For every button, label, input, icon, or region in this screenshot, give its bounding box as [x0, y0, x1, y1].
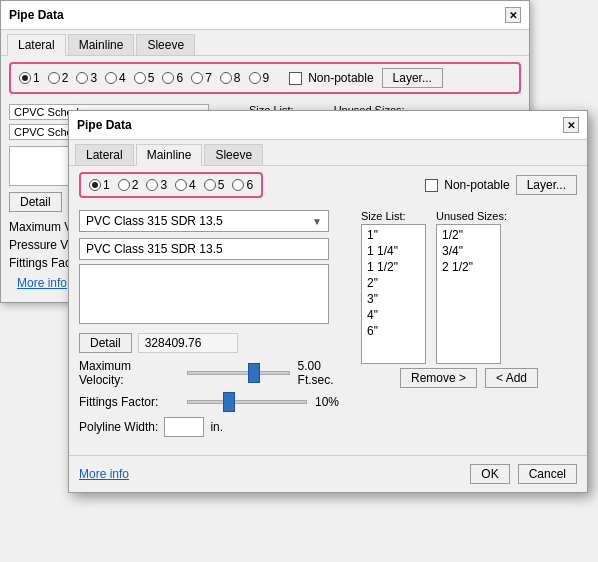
fg-main-content: PVC Class 315 SDR 13.5 ▼ Detail 328409.7…: [69, 204, 587, 451]
bg-radio-circle-3[interactable]: [76, 72, 88, 84]
bg-nonpotable-row: Non-potable: [277, 71, 373, 85]
bg-radio-circle-2[interactable]: [48, 72, 60, 84]
fg-radio-circle-5[interactable]: [204, 179, 216, 191]
size-item-3inch[interactable]: 3": [364, 291, 423, 307]
bg-tab-mainline[interactable]: Mainline: [68, 34, 135, 55]
fg-add-remove-row: Remove > < Add: [361, 368, 577, 388]
fg-dropdown-value: PVC Class 315 SDR 13.5: [86, 214, 223, 228]
fg-radio-circle-2[interactable]: [118, 179, 130, 191]
fg-footer-buttons: OK Cancel: [470, 464, 577, 484]
fg-radio-circle-4[interactable]: [175, 179, 187, 191]
dropdown-arrow-icon: ▼: [312, 216, 322, 227]
bg-radio-1[interactable]: 1: [19, 71, 40, 85]
bg-nonpotable-checkbox[interactable]: [289, 72, 302, 85]
bg-detail-button[interactable]: Detail: [9, 192, 62, 212]
bg-radio-circle-9[interactable]: [249, 72, 261, 84]
fg-more-info-link[interactable]: More info: [79, 467, 129, 481]
bg-radio-9[interactable]: 9: [249, 71, 270, 85]
fg-radio-2[interactable]: 2: [118, 178, 139, 192]
bg-radio-4[interactable]: 4: [105, 71, 126, 85]
fg-window-title: Pipe Data: [77, 118, 132, 132]
size-item-2inch[interactable]: 2": [364, 275, 423, 291]
bg-radio-circle-1[interactable]: [19, 72, 31, 84]
fg-detail-value: 328409.76: [138, 333, 238, 353]
size-item-6inch[interactable]: 6": [364, 323, 423, 339]
fg-titlebar: Pipe Data ✕: [69, 111, 587, 140]
bg-radio-8[interactable]: 8: [220, 71, 241, 85]
size-item-4inch[interactable]: 4": [364, 307, 423, 323]
bg-radio-6[interactable]: 6: [162, 71, 183, 85]
bg-radio-row: 1 2 3 4 5 6 7 8: [9, 62, 521, 94]
fg-right-panel: Size List: 1" 1 1/4" 1 1/2" 2" 3" 4" 6" …: [361, 210, 577, 445]
bg-radio-circle-7[interactable]: [191, 72, 203, 84]
bg-titlebar: Pipe Data ✕: [1, 1, 529, 30]
fg-layer-button[interactable]: Layer...: [516, 175, 577, 195]
bg-radio-circle-4[interactable]: [105, 72, 117, 84]
fg-pipe-dropdown[interactable]: PVC Class 315 SDR 13.5 ▼: [79, 210, 329, 232]
bg-close-button[interactable]: ✕: [505, 7, 521, 23]
fg-radio-4[interactable]: 4: [175, 178, 196, 192]
fg-fittings-thumb[interactable]: [223, 392, 235, 412]
fg-radio-5[interactable]: 5: [204, 178, 225, 192]
fg-pipe-text-input[interactable]: [79, 238, 329, 260]
fg-max-velocity-row: Maximum Velocity: 5.00 Ft.sec.: [79, 359, 351, 387]
bg-radio-3[interactable]: 3: [76, 71, 97, 85]
fg-tab-lateral[interactable]: Lateral: [75, 144, 134, 165]
bg-tab-sleeve[interactable]: Sleeve: [136, 34, 195, 55]
fg-size-list-box: Size List: 1" 1 1/4" 1 1/2" 2" 3" 4" 6": [361, 210, 426, 364]
bg-window-title: Pipe Data: [9, 8, 64, 22]
fg-fittings-value: 10%: [315, 395, 339, 409]
unused-item-34[interactable]: 3/4": [439, 243, 498, 259]
fg-nonpotable-label: Non-potable: [444, 178, 509, 192]
fg-max-velocity-thumb[interactable]: [248, 363, 260, 383]
unused-item-half[interactable]: 1/2": [439, 227, 498, 243]
size-item-114[interactable]: 1 1/4": [364, 243, 423, 259]
fg-tab-mainline[interactable]: Mainline: [136, 144, 203, 166]
bg-radio-circle-6[interactable]: [162, 72, 174, 84]
bg-tabs-bar: Lateral Mainline Sleeve: [1, 30, 529, 56]
unused-item-212[interactable]: 2 1/2": [439, 259, 498, 275]
fg-polyline-input[interactable]: [164, 417, 204, 437]
fg-size-section: Size List: 1" 1 1/4" 1 1/2" 2" 3" 4" 6" …: [361, 210, 577, 364]
fg-radio-circle-1[interactable]: [89, 179, 101, 191]
fg-radio-circle-3[interactable]: [146, 179, 158, 191]
bg-radio-2[interactable]: 2: [48, 71, 69, 85]
bg-radio-circle-8[interactable]: [220, 72, 232, 84]
fg-unused-list-header: Unused Sizes:: [436, 210, 507, 222]
bg-nonpotable-label: Non-potable: [308, 71, 373, 85]
fg-ok-button[interactable]: OK: [470, 464, 509, 484]
fg-polyline-row: Polyline Width: in.: [79, 417, 351, 437]
fg-add-button[interactable]: < Add: [485, 368, 538, 388]
fg-radio-circle-6[interactable]: [232, 179, 244, 191]
fg-top-row: 1 2 3 4 5 6 Non-pot: [69, 166, 587, 204]
fg-cancel-button[interactable]: Cancel: [518, 464, 577, 484]
bg-radio-5[interactable]: 5: [134, 71, 155, 85]
fg-close-button[interactable]: ✕: [563, 117, 579, 133]
fg-unused-list-box: Unused Sizes: 1/2" 3/4" 2 1/2": [436, 210, 507, 364]
fg-radio-3[interactable]: 3: [146, 178, 167, 192]
fg-pipe-description-area[interactable]: [79, 264, 329, 324]
fg-remove-button[interactable]: Remove >: [400, 368, 477, 388]
fg-radio-1[interactable]: 1: [89, 178, 110, 192]
fg-detail-button[interactable]: Detail: [79, 333, 132, 353]
fg-detail-row: Detail 328409.76: [79, 333, 351, 353]
fg-tab-sleeve[interactable]: Sleeve: [204, 144, 263, 165]
fg-max-velocity-track[interactable]: [187, 371, 290, 375]
fg-fittings-row: Fittings Factor: 10%: [79, 395, 351, 409]
bg-layer-button[interactable]: Layer...: [382, 68, 443, 88]
fg-fittings-track[interactable]: [187, 400, 307, 404]
fg-size-list-header: Size List:: [361, 210, 426, 222]
fg-size-list[interactable]: 1" 1 1/4" 1 1/2" 2" 3" 4" 6": [361, 224, 426, 364]
fg-polyline-label: Polyline Width:: [79, 420, 158, 434]
fg-nonpotable-checkbox[interactable]: [425, 179, 438, 192]
bg-tab-lateral[interactable]: Lateral: [7, 34, 66, 56]
fg-tabs-bar: Lateral Mainline Sleeve: [69, 140, 587, 166]
fg-radio-6[interactable]: 6: [232, 178, 253, 192]
bg-radio-7[interactable]: 7: [191, 71, 212, 85]
size-item-1inch[interactable]: 1": [364, 227, 423, 243]
bg-radio-circle-5[interactable]: [134, 72, 146, 84]
fg-radio-row: 1 2 3 4 5 6: [79, 172, 263, 198]
size-item-112[interactable]: 1 1/2": [364, 259, 423, 275]
fg-unused-size-list[interactable]: 1/2" 3/4" 2 1/2": [436, 224, 501, 364]
fg-max-velocity-value: 5.00 Ft.sec.: [298, 359, 351, 387]
